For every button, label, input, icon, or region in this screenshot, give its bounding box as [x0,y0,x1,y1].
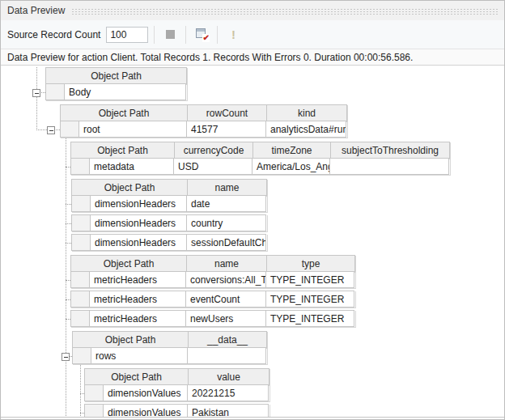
column-header: __data__ [188,331,267,348]
collapse-toggle-icon[interactable] [47,126,55,134]
header-row: Object Pathname [71,179,267,196]
exclamation-icon: ! [231,28,236,40]
data-table-body: Object PathBody [45,67,187,100]
tree-line [36,96,37,130]
toolbar-separator [217,26,218,44]
grid-cell[interactable]: root [79,121,187,138]
grid-cell[interactable]: dimensionHeaders [90,234,187,251]
column-header: Object Path [45,67,187,84]
grid-cell[interactable]: country [186,214,266,231]
grid-cell[interactable]: 41577 [186,121,266,138]
tree-line [36,129,47,130]
data-table-dimensionHeaders: Object PathnamedimensionHeadersdatedimen… [71,179,267,251]
grid-cell[interactable]: metricHeaders [89,271,186,288]
header-row: Object PathcurrencyCodetimeZonesubjectTo… [70,142,450,159]
splitter-grip[interactable] [71,8,499,15]
table-row: metricHeadersnewUsersTYPE_INTEGER [70,310,355,327]
table-row: dimensionHeaderscountry [71,214,267,231]
grid-cell[interactable]: metadata [89,158,174,175]
grid-cell[interactable]: sessionDefaultCh [186,234,266,251]
row-selector[interactable] [70,271,90,288]
row-selector[interactable] [71,195,91,212]
collapse-toggle-icon[interactable] [62,353,70,361]
grid-cell[interactable]: USD [173,158,252,175]
row-selector[interactable] [70,158,90,175]
grid-cell[interactable]: America/Los_Ange [252,158,330,175]
grid-cell[interactable]: rows [91,347,188,364]
bottom-mask [1,418,504,419]
data-preview-tree: Object PathBodyObject PathrowCountkindro… [1,66,504,419]
grid-cell[interactable]: dimensionHeaders [90,195,187,212]
row-selector[interactable] [71,214,91,231]
column-header: name [186,255,267,272]
grid-cell[interactable]: newUsers [185,310,266,327]
column-header: Object Path [71,179,188,196]
source-record-count-input[interactable] [106,27,148,43]
grid-cell[interactable]: eventCount [185,291,266,308]
row-selector[interactable] [84,384,104,401]
status-bar: Data Preview for action Client. Total Re… [1,49,504,66]
table-row: metricHeaderseventCountTYPE_INTEGER [70,291,355,308]
column-header: Object Path [84,368,189,385]
grid-cell[interactable]: metricHeaders [89,310,186,327]
column-header: timeZone [252,142,331,159]
row-selector[interactable] [70,291,90,308]
row-selector[interactable] [70,310,90,327]
data-table-root: Object PathrowCountkindroot41577analytic… [60,104,347,138]
toolbar-separator [154,26,155,44]
panel-bottom-border [1,417,504,418]
grid-cell[interactable]: metricHeaders [89,291,186,308]
grid-cell[interactable]: dimensionHeaders [90,214,187,231]
grid-cell[interactable]: date [186,195,266,212]
toolbar-separator [185,26,186,44]
data-table-rows: Object Path__data__rows [72,331,267,364]
tree-line [40,92,45,93]
data-table-metadata: Object PathcurrencyCodetimeZonesubjectTo… [70,142,450,175]
column-header: subjectToThresholding [330,142,450,159]
table-row: Body [45,83,187,100]
validate-button[interactable]: ✔ [192,25,211,45]
grid-cell[interactable]: Body [64,83,186,100]
grid-cell[interactable]: TYPE_INTEGER [265,271,354,288]
tree-line [66,138,66,418]
data-table-dimensionValues: Object PathvaluedimensionValues20221215d… [84,368,269,419]
grid-cell[interactable]: conversions:All_T [185,271,266,288]
column-header: name [187,179,267,196]
status-text: Data Preview for action Client. Total Re… [7,52,413,63]
validate-check-icon: ✔ [196,28,208,40]
column-header: Object Path [70,142,175,159]
tree-line [66,243,71,244]
source-record-count-label: Source Record Count [7,29,100,40]
tree-line [66,223,71,224]
warning-button[interactable]: ! [223,25,243,45]
grid-cell[interactable] [329,158,449,175]
data-table-metricHeaders: Object PathnametypemetricHeadersconversi… [70,255,355,327]
table-row: dimensionHeadersdate [71,195,267,212]
row-selector[interactable] [45,83,65,100]
grid-cell[interactable] [187,347,266,364]
column-header: currencyCode [174,142,253,159]
tree-line [36,67,37,89]
stop-button[interactable] [160,25,180,45]
table-row: rows [72,347,267,364]
column-header: Object Path [70,255,187,272]
grid-cell[interactable]: TYPE_INTEGER [265,310,354,327]
grid-cell[interactable]: analyticsData#run [265,121,346,138]
grid-cell[interactable]: dimensionValues [103,384,188,401]
column-header: rowCount [187,104,267,121]
column-header: Object Path [72,331,189,348]
column-header: type [266,255,355,272]
row-selector[interactable] [60,121,79,138]
data-preview-panel: Data Preview Source Record Count ✔ ! Dat… [0,0,505,420]
table-row: metadataUSDAmerica/Los_Ange [70,158,450,175]
header-row: Object Path__data__ [72,331,267,348]
column-header: Object Path [60,104,188,121]
row-selector[interactable] [71,234,91,251]
table-row: dimensionValues20221215 [84,384,269,401]
collapse-toggle-icon[interactable] [32,89,40,97]
column-header: kind [266,104,347,121]
stop-icon [166,30,175,39]
grid-cell[interactable]: 20221215 [187,384,269,401]
grid-cell[interactable]: TYPE_INTEGER [265,291,354,308]
row-selector[interactable] [72,347,91,364]
